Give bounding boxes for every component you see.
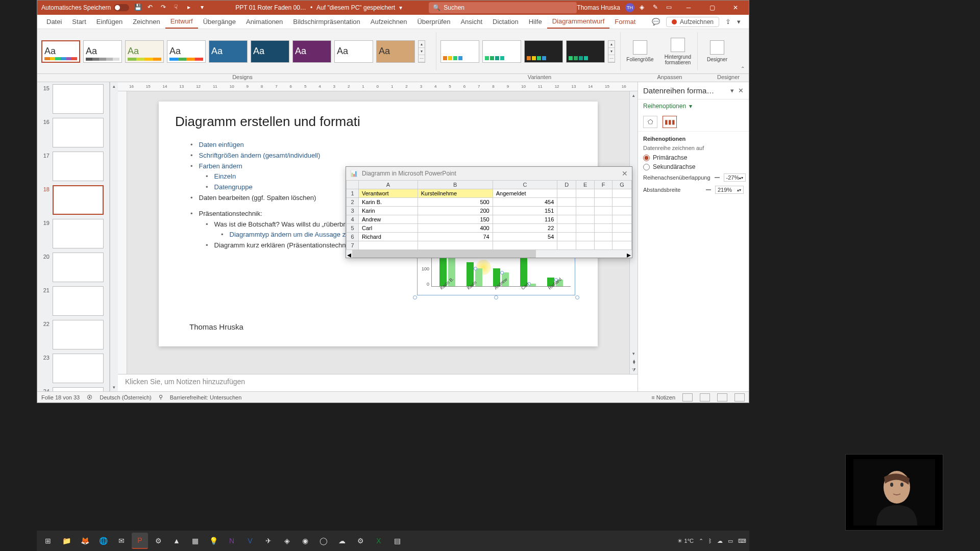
variant-swatch[interactable]: [482, 40, 521, 63]
vlc-icon[interactable]: ▲: [168, 533, 185, 549]
pen-icon[interactable]: ✎: [653, 4, 661, 12]
firefox-icon[interactable]: 🦊: [77, 533, 93, 549]
notes-pane[interactable]: Klicken Sie, um Notizen hinzuzufügen: [118, 374, 638, 391]
thumbnail-18[interactable]: 18: [40, 185, 106, 215]
undo-icon[interactable]: ↶: [148, 4, 156, 12]
reading-view-button[interactable]: [717, 393, 727, 402]
window-icon[interactable]: ▭: [666, 4, 674, 12]
datasheet-titlebar[interactable]: 📊 Diagramm in Microsoft PowerPoint ✕: [346, 167, 632, 180]
design-theme-gallery[interactable]: Aa Aa Aa Aa Aa Aa Aa Aa Aa ▴▾⋯: [37, 29, 436, 73]
theme-swatch[interactable]: Aa: [83, 40, 122, 63]
autosave-toggle[interactable]: Automatisches Speichern: [41, 4, 129, 11]
onedrive-icon[interactable]: ☁: [717, 538, 723, 544]
app-icon[interactable]: 💡: [205, 533, 222, 549]
app-icon[interactable]: ▦: [187, 533, 203, 549]
theme-swatch[interactable]: Aa: [167, 40, 206, 63]
pane-dropdown-icon[interactable]: ▾: [730, 87, 734, 94]
variant-swatch[interactable]: [566, 40, 605, 63]
tab-ueberpruefen[interactable]: Überprüfen: [412, 15, 455, 29]
thumbnail-22[interactable]: 22: [40, 320, 106, 349]
slide-size-button[interactable]: Foliengröße: [625, 40, 655, 62]
excel-icon[interactable]: X: [371, 533, 387, 549]
toggle-switch-icon[interactable]: [114, 4, 129, 11]
chevron-down-icon[interactable]: ▾: [399, 4, 402, 11]
battery-icon[interactable]: ▭: [728, 538, 733, 544]
app-icon[interactable]: ▤: [389, 533, 405, 549]
minimize-button[interactable]: ─: [679, 1, 698, 15]
gallery-scroll[interactable]: ▴▾⋯: [418, 40, 425, 63]
tab-zeichnen[interactable]: Zeichnen: [128, 15, 165, 29]
sorter-view-button[interactable]: [700, 393, 710, 402]
tray-chevron-icon[interactable]: ⌃: [699, 538, 703, 544]
tab-animationen[interactable]: Animationen: [241, 15, 288, 29]
windows-taskbar[interactable]: ⊞ 📁 🦊 🌐 ✉ P ⚙ ▲ ▦ 💡 N V ✈ ◈ ◉ ◯ ☁ ⚙ X ▤ …: [37, 531, 749, 551]
maximize-button[interactable]: ▢: [703, 1, 721, 15]
primary-axis-radio[interactable]: Primärachse: [643, 153, 744, 162]
thumbnail-16[interactable]: 16: [40, 118, 106, 147]
tab-einfuegen[interactable]: Einfügen: [91, 15, 128, 29]
designer-button[interactable]: Designer: [702, 40, 732, 62]
thumbnail-scrollbar[interactable]: ▴▾: [110, 82, 118, 391]
qat-dropdown-icon[interactable]: ▾: [201, 4, 209, 12]
tab-uebergaenge[interactable]: Übergänge: [198, 15, 241, 29]
touch-mode-icon[interactable]: ☟: [174, 4, 182, 12]
powerpoint-icon[interactable]: P: [132, 533, 148, 549]
pane-close-icon[interactable]: ✕: [738, 87, 744, 94]
theme-swatch[interactable]: Aa: [125, 40, 164, 63]
redo-icon[interactable]: ↷: [161, 4, 169, 12]
overlap-slider[interactable]: [715, 175, 720, 180]
notes-toggle[interactable]: ≡ Notizen: [651, 394, 675, 400]
thumbnail-pane[interactable]: 15161718192021222324: [37, 82, 110, 391]
datasheet-grid[interactable]: ABCDEFG1VerantwortKursteilnehmeAngemelde…: [346, 180, 632, 249]
start-button[interactable]: ⊞: [40, 533, 56, 549]
thumbnail-21[interactable]: 21: [40, 286, 106, 316]
thumbnail-15[interactable]: 15: [40, 84, 106, 114]
keyboard-icon[interactable]: ⌨: [738, 538, 746, 544]
thumbnail-19[interactable]: 19: [40, 219, 106, 248]
settings-icon[interactable]: ⚙: [352, 533, 369, 549]
visio-icon[interactable]: V: [242, 533, 258, 549]
variant-scroll[interactable]: ▴▾⋯: [608, 40, 615, 63]
slide-title[interactable]: Diagramm erstellen und formati: [175, 114, 581, 130]
overlap-input[interactable]: -27%▴▾: [724, 173, 746, 182]
bullet-item[interactable]: Daten einfügen: [190, 140, 581, 151]
a11y-status[interactable]: Barrierefreiheit: Untersuchen: [170, 394, 242, 400]
variant-swatch[interactable]: [524, 40, 563, 63]
tab-entwurf[interactable]: Entwurf: [165, 15, 198, 29]
comments-icon[interactable]: 💬: [652, 18, 660, 26]
file-explorer-icon[interactable]: 📁: [58, 533, 75, 549]
tab-aufzeichnen[interactable]: Aufzeichnen: [365, 15, 412, 29]
language-indicator[interactable]: Deutsch (Österreich): [100, 394, 151, 400]
telegram-icon[interactable]: ✈: [260, 533, 277, 549]
collapse-ribbon-button[interactable]: ⌃: [737, 29, 749, 73]
tab-datei[interactable]: Datei: [41, 15, 67, 29]
chrome-icon[interactable]: 🌐: [95, 533, 111, 549]
variant-gallery[interactable]: ▴▾⋯: [436, 29, 620, 73]
theme-swatch[interactable]: Aa: [41, 40, 80, 63]
avatar[interactable]: TH: [625, 3, 634, 12]
close-button[interactable]: ✕: [726, 1, 745, 15]
spellcheck-icon[interactable]: ⦿: [87, 394, 92, 400]
thumbnail-24[interactable]: 24: [40, 387, 106, 391]
record-button[interactable]: Aufzeichnen: [666, 17, 719, 27]
a11y-icon[interactable]: ⚲: [159, 394, 163, 400]
tab-format[interactable]: Format: [609, 15, 641, 29]
slide-counter[interactable]: Folie 18 von 33: [41, 394, 80, 400]
fill-line-tab-icon[interactable]: ⬠: [643, 116, 657, 128]
secondary-axis-radio[interactable]: Sekundärachse: [643, 162, 744, 171]
onenote-icon[interactable]: N: [224, 533, 240, 549]
tab-bildschirm[interactable]: Bildschirmpräsentation: [288, 15, 365, 29]
series-options-tab-icon[interactable]: ▮▮▮: [663, 116, 677, 128]
thumbnail-23[interactable]: 23: [40, 354, 106, 383]
chart-data-sheet[interactable]: 📊 Diagramm in Microsoft PowerPoint ✕ ABC…: [346, 166, 632, 258]
tab-hilfe[interactable]: Hilfe: [524, 15, 547, 29]
app-icon[interactable]: ◯: [315, 533, 332, 549]
bullet-item[interactable]: Schriftgrößen ändern (gesamt/individuell…: [190, 151, 581, 161]
diamond-icon[interactable]: ◈: [640, 4, 648, 12]
tab-ansicht[interactable]: Ansicht: [455, 15, 487, 29]
obs-icon[interactable]: ◉: [297, 533, 313, 549]
thumbnail-17[interactable]: 17: [40, 152, 106, 181]
thumbnail-20[interactable]: 20: [40, 253, 106, 282]
tab-dictation[interactable]: Dictation: [487, 15, 524, 29]
tab-start[interactable]: Start: [67, 15, 91, 29]
